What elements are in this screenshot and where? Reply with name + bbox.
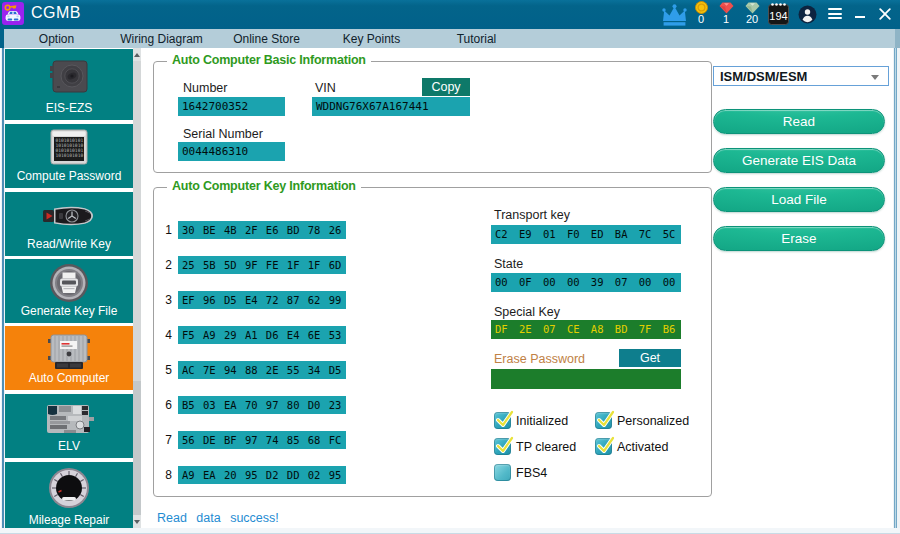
transport-key-field[interactable]: C2 E9 01 F0 ED BA 7C 5C (491, 225, 681, 244)
transport-key-label: Transport key (494, 208, 570, 222)
key-row-field[interactable]: A9 EA 20 95 D2 DD 02 95 (178, 466, 346, 484)
title-bar: CGMB 0 1 20 (0, 0, 900, 29)
key-row-field[interactable]: 30 BE 4B 2F E6 BD 78 26 (178, 221, 346, 239)
key-row-field[interactable]: AC 7E 94 88 2E 55 34 D5 (178, 361, 346, 379)
sidebar-item-auto-computer[interactable]: Auto Computer (5, 326, 133, 390)
crown-icon[interactable] (660, 3, 689, 26)
sidebar-item-label: Compute Password (5, 169, 133, 183)
serial-number-label: Serial Number (183, 127, 263, 141)
erase-password-label: Erase Password (494, 352, 585, 366)
tp-cleared-checkbox[interactable] (494, 438, 511, 455)
account-icon[interactable] (798, 5, 817, 24)
window-right-border (893, 48, 900, 528)
sidebar: EIS-EZS 0101010101 1010101010 0101010101… (5, 48, 133, 528)
sidebar-item-label: ELV (5, 439, 133, 453)
ecu-module-icon (46, 332, 92, 372)
sidebar-item-elv[interactable]: ELV (5, 394, 133, 458)
calendar-icon[interactable]: 194 (768, 2, 789, 25)
coin-count: 0 (691, 13, 711, 25)
initialized-label: Initialized (516, 414, 568, 428)
menu-icon[interactable] (828, 8, 842, 20)
scrollbar-thumb[interactable] (133, 61, 141, 381)
menu-item-tutorial[interactable]: Tutorial (424, 32, 529, 46)
fbs4-label: FBS4 (516, 466, 547, 480)
chevron-down-icon (871, 75, 879, 80)
window-bottom-border (0, 528, 900, 534)
key-row-number: 7 (156, 433, 172, 447)
menu-item-key-points[interactable]: Key Points (319, 32, 424, 46)
personalized-checkbox[interactable] (595, 412, 612, 429)
serial-number-field[interactable]: 0044486310 (178, 142, 285, 161)
key-row-number: 6 (156, 398, 172, 412)
steering-lock-board-icon (44, 403, 94, 435)
key-row-field[interactable]: 56 DE BF 97 74 85 68 FC (178, 431, 346, 449)
special-key-field[interactable]: DF 2E 07 CE A8 BD 7F B6 (491, 320, 681, 339)
calendar-count: 194 (768, 10, 789, 22)
menu-item-option[interactable]: Option (4, 32, 109, 46)
number-label: Number (183, 81, 227, 95)
key-row-number: 1 (156, 223, 172, 237)
key-info-title: Auto Computer Key Information (167, 179, 361, 193)
basic-info-title: Auto Computer Basic Information (167, 53, 371, 67)
car-key-fob-icon (43, 204, 95, 228)
sidebar-item-read-write-key[interactable]: Read/Write Key (5, 192, 133, 256)
check-icon (495, 408, 515, 430)
sidebar-item-compute-password[interactable]: 0101010101 1010101010 0101010101 1010101… (5, 124, 133, 188)
get-button[interactable]: Get (619, 349, 681, 367)
module-select-dropdown[interactable]: ISM/DSM/ESM (713, 66, 889, 86)
fbs4-checkbox[interactable] (494, 464, 511, 481)
sidebar-item-generate-key-file[interactable]: Generate Key File (5, 259, 133, 323)
dropdown-value: ISM/DSM/ESM (720, 69, 807, 84)
svg-text:1010101010: 1010101010 (56, 153, 84, 158)
close-button[interactable] (873, 0, 897, 29)
erase-button[interactable]: Erase (713, 226, 885, 251)
check-icon (596, 434, 616, 456)
initialized-checkbox[interactable] (494, 412, 511, 429)
key-row-number: 3 (156, 293, 172, 307)
sidebar-item-label: Read/Write Key (5, 237, 133, 251)
check-icon (596, 408, 616, 430)
main-panel: Auto Computer Basic Information Number 1… (141, 48, 893, 528)
menubar-right-edge (895, 29, 900, 48)
scrollbar-up-arrow[interactable] (133, 48, 141, 61)
key-row-field[interactable]: EF 96 D5 E4 72 87 62 99 (178, 291, 346, 309)
key-row-field[interactable]: B5 03 EA 70 97 80 D0 23 (178, 396, 346, 414)
minimize-button[interactable] (849, 0, 871, 29)
scrollbar-down-arrow[interactable] (133, 515, 141, 528)
copy-button[interactable]: Copy (422, 78, 470, 96)
key-row-field[interactable]: 25 5B 5D 9F FE 1F 1F 6D (178, 256, 346, 274)
state-field[interactable]: 00 0F 00 00 39 07 00 00 (491, 273, 681, 292)
gem-red-count: 1 (716, 13, 736, 25)
sidebar-item-eis-ezs[interactable]: EIS-EZS (5, 49, 133, 120)
binary-screen-icon: 0101010101 1010101010 0101010101 1010101… (49, 129, 89, 166)
special-key-label: Special Key (494, 305, 560, 319)
generate-eis-data-button[interactable]: Generate EIS Data (713, 148, 885, 173)
sidebar-item-label: Generate Key File (5, 304, 133, 318)
erase-password-field[interactable] (491, 369, 681, 389)
menu-item-wiring-diagram[interactable]: Wiring Diagram (109, 32, 214, 46)
sidebar-item-mileage-repair[interactable]: Mileage Repair (5, 462, 133, 528)
gem-green-count: 20 (742, 13, 762, 25)
sidebar-item-label: Auto Computer (5, 371, 133, 385)
odometer-gauge-icon (48, 467, 90, 509)
key-row-number: 2 (156, 258, 172, 272)
tp-cleared-label: TP cleared (516, 440, 576, 454)
key-row-number: 8 (156, 468, 172, 482)
key-info-groupbox: Auto Computer Key Information 1 30 BE 4B… (153, 187, 712, 497)
round-programmer-icon (49, 263, 89, 303)
number-field[interactable]: 1642700352 (178, 97, 285, 116)
vin-label: VIN (315, 81, 336, 95)
load-file-button[interactable]: Load File (713, 187, 885, 212)
read-button[interactable]: Read (713, 109, 885, 134)
key-row-number: 5 (156, 363, 172, 377)
app-title: CGMB (31, 4, 81, 22)
key-row-field[interactable]: F5 A9 29 A1 D6 E4 6E 53 (178, 326, 346, 344)
sidebar-scrollbar[interactable] (133, 48, 141, 528)
personalized-label: Personalized (617, 414, 689, 428)
menu-item-online-store[interactable]: Online Store (214, 32, 319, 46)
basic-info-groupbox: Auto Computer Basic Information Number 1… (153, 61, 712, 173)
activated-label: Activated (617, 440, 668, 454)
activated-checkbox[interactable] (595, 438, 612, 455)
key-row-number: 4 (156, 328, 172, 342)
vin-field[interactable]: WDDNG76X67A167441 (312, 97, 470, 116)
